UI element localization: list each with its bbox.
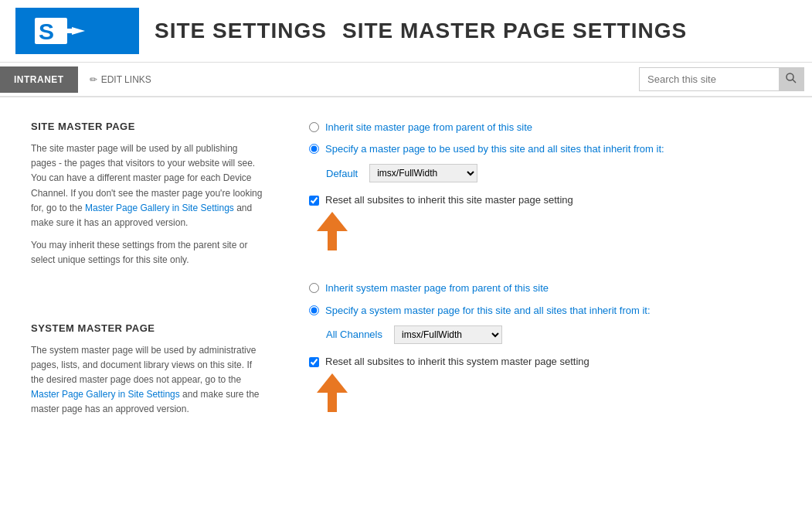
system-master-page-desc: The system master page will be used by a… xyxy=(31,343,263,417)
main-content: SITE MASTER PAGE The site master page wi… xyxy=(0,97,773,466)
system-master-page-select[interactable]: imsx/FullWidth xyxy=(394,325,502,344)
page-header: S SITE SETTINGS SITE MASTER PAGE SETTING… xyxy=(0,0,812,63)
system-specify-label[interactable]: Specify a system master page for this si… xyxy=(325,304,651,318)
page-subtitle: SITE MASTER PAGE SETTINGS xyxy=(342,19,687,43)
arrow-shaft xyxy=(328,231,337,250)
site-channel-label: Default xyxy=(326,168,358,179)
site-settings-title: SITE SETTINGS xyxy=(155,19,327,43)
site-master-page-desc1: The site master page will be used by all… xyxy=(31,141,263,230)
master-page-gallery-link2[interactable]: Master Page Gallery in Site Settings xyxy=(31,389,180,400)
site-logo: S xyxy=(15,8,139,54)
system-inherit-radio[interactable] xyxy=(309,283,319,293)
system-specify-radio-row: Specify a system master page for this si… xyxy=(309,304,742,318)
right-panel: Inherit site master page from parent of … xyxy=(309,121,742,443)
search-icon xyxy=(785,72,797,87)
system-inherit-label[interactable]: Inherit system master page from parent o… xyxy=(325,281,549,295)
site-specify-radio[interactable] xyxy=(309,144,319,154)
system-reset-label[interactable]: Reset all subsites to inherit this syste… xyxy=(325,356,589,367)
site-reset-label[interactable]: Reset all subsites to inherit this site … xyxy=(325,194,573,206)
system-inherit-radio-row: Inherit system master page from parent o… xyxy=(309,281,742,295)
edit-links-button[interactable]: ✏ EDIT LINKS xyxy=(78,66,163,93)
system-dropdown-row: All Channels imsx/FullWidth xyxy=(309,325,742,344)
intranet-nav-item[interactable]: INTRANET xyxy=(0,66,78,93)
site-master-page-left: SITE MASTER PAGE The site master page wi… xyxy=(31,121,263,268)
site-master-page-title: SITE MASTER PAGE xyxy=(31,121,263,132)
section-gap xyxy=(31,276,263,322)
site-reset-checkbox[interactable] xyxy=(309,196,319,206)
svg-line-6 xyxy=(793,80,796,83)
system-master-page-left: SYSTEM MASTER PAGE The system master pag… xyxy=(31,322,263,417)
svg-point-5 xyxy=(787,73,793,80)
arrow-triangle-up xyxy=(317,212,348,231)
left-panel: SITE MASTER PAGE The site master page wi… xyxy=(31,121,263,443)
navigation-bar: INTRANET ✏ EDIT LINKS xyxy=(0,63,812,97)
site-inherit-radio-row: Inherit site master page from parent of … xyxy=(309,121,742,135)
search-input[interactable] xyxy=(640,70,779,89)
system-channel-label: All Channels xyxy=(326,329,382,340)
system-master-page-title: SYSTEM MASTER PAGE xyxy=(31,322,263,334)
system-arrow-triangle-up xyxy=(317,373,348,393)
site-inherit-label[interactable]: Inherit site master page from parent of … xyxy=(325,121,532,135)
pencil-icon: ✏ xyxy=(90,74,97,85)
site-inherit-radio[interactable] xyxy=(309,122,319,132)
master-page-gallery-link1[interactable]: Master Page Gallery in Site Settings xyxy=(85,203,234,213)
site-dropdown-row: Default imsx/FullWidth xyxy=(309,164,742,182)
svg-text:S: S xyxy=(39,19,54,44)
site-master-page-desc2: You may inherit these settings from the … xyxy=(31,238,263,267)
header-title-area: SITE SETTINGS SITE MASTER PAGE SETTINGS xyxy=(155,19,797,43)
system-specify-radio[interactable] xyxy=(309,305,319,315)
system-arrow-shaft xyxy=(328,393,337,412)
site-master-page-select[interactable]: imsx/FullWidth xyxy=(369,164,477,182)
site-specify-radio-row: Specify a master page to be used by this… xyxy=(309,142,742,156)
system-reset-checkbox-row: Reset all subsites to inherit this syste… xyxy=(309,356,742,367)
site-arrow-annotation xyxy=(317,212,348,250)
search-button[interactable] xyxy=(779,68,804,90)
system-reset-checkbox[interactable] xyxy=(309,357,319,367)
system-master-page-settings: Inherit system master page from parent o… xyxy=(309,281,742,411)
system-arrow-annotation xyxy=(317,373,348,412)
site-specify-label[interactable]: Specify a master page to be used by this… xyxy=(325,142,664,156)
site-master-page-settings: Inherit site master page from parent of … xyxy=(309,121,742,250)
svg-rect-4 xyxy=(66,29,75,33)
site-reset-checkbox-row: Reset all subsites to inherit this site … xyxy=(309,194,742,206)
search-box xyxy=(639,67,804,91)
